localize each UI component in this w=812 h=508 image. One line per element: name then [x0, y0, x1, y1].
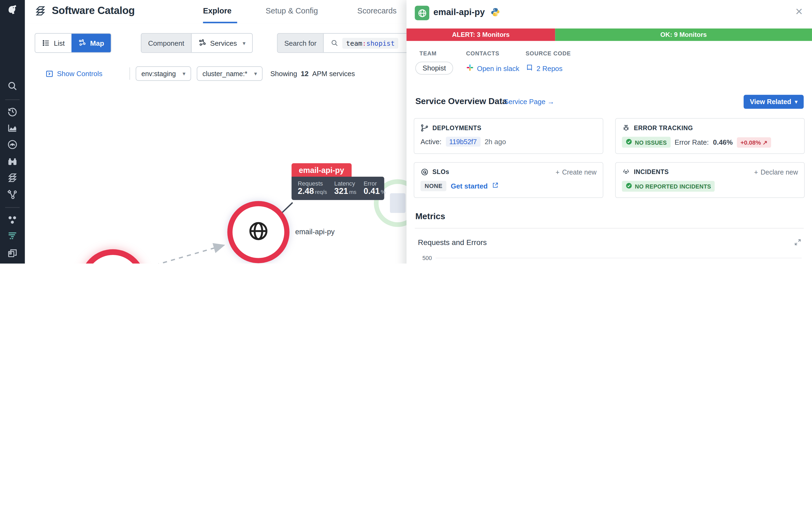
tooltip-requests: Requests 2.48req/s: [298, 180, 327, 196]
slo-none-pill: NONE: [420, 181, 446, 191]
map-view-button[interactable]: Map: [72, 34, 111, 52]
apm-binoculars-icon[interactable]: [7, 156, 18, 167]
requests-chart-title: Requests and Errors: [418, 238, 487, 247]
software-catalog-nav-icon[interactable]: [7, 173, 18, 184]
service-detail-panel: email-api-py × ALERT: 3 Monitors OK: 9 M…: [406, 0, 812, 263]
close-icon[interactable]: ×: [795, 5, 803, 17]
show-controls-icon: [46, 70, 53, 78]
alert-monitors-segment[interactable]: ALERT: 3 Monitors: [406, 29, 555, 41]
no-incidents-badge: NO REPORTED INCIDENTS: [622, 181, 715, 192]
app-window: web-store email-api-py auth-dotnet payme…: [0, 0, 812, 263]
overview-section-title: Service Overview Data: [415, 96, 507, 106]
incidents-card: INCIDENTS +Declare new NO REPORTED INCID…: [615, 162, 805, 198]
apps-windows-icon[interactable]: [7, 248, 18, 259]
team-label: TEAM: [419, 50, 437, 56]
services-count-text: Showing12APM services: [270, 67, 355, 81]
list-icon: [42, 39, 50, 47]
tab-explore[interactable]: Explore: [203, 6, 231, 15]
search-icon: [330, 39, 339, 47]
check-circle-icon: [626, 182, 632, 190]
globe-icon: [247, 220, 270, 245]
get-started-link[interactable]: Get started: [451, 182, 488, 190]
infrastructure-hexagons-icon[interactable]: [7, 215, 18, 226]
search-icon[interactable]: [7, 80, 18, 92]
source-code-label: SOURCE CODE: [526, 50, 571, 56]
monitor-status-bar: ALERT: 3 Monitors OK: 9 Monitors: [406, 29, 812, 41]
page-title: Software Catalog: [52, 5, 135, 16]
view-related-button[interactable]: View Related▾: [744, 95, 804, 109]
create-new-slo-button[interactable]: +Create new: [555, 168, 596, 176]
search-for-label: Search for: [278, 34, 324, 52]
panel-service-name: email-api-py: [434, 7, 485, 18]
plus-icon: +: [555, 168, 559, 176]
node-web-store[interactable]: [80, 249, 146, 263]
node-email-api-py[interactable]: [227, 201, 289, 263]
error-tracking-card: ERROR TRACKING NO ISSUES Error Rate: 0.4…: [615, 118, 805, 154]
external-link-icon: [492, 182, 499, 190]
requests-errors-chart[interactable]: 010020030040050010:3010:4511:0011:15: [415, 252, 804, 263]
software-catalog-icon: [34, 5, 46, 17]
check-circle-icon: [626, 138, 632, 146]
component-label: Component: [141, 34, 191, 52]
tab-scorecards[interactable]: Scorecards: [357, 6, 397, 15]
error-delta-badge[interactable]: +0.08% ↗: [737, 137, 771, 147]
python-icon: [490, 7, 500, 17]
node-label-email-api-py: email-api-py: [295, 227, 334, 236]
git-branch-icon: [420, 124, 429, 132]
history-icon[interactable]: [7, 106, 18, 117]
plus-icon: +: [754, 168, 758, 176]
left-sidebar: ? Help: [0, 0, 25, 263]
env-filter-dropdown[interactable]: env:staging▾: [136, 67, 191, 81]
datadog-logo-icon[interactable]: [7, 4, 18, 15]
chevron-down-icon: ▾: [243, 40, 246, 46]
svg-text:500: 500: [422, 255, 432, 261]
chevron-down-icon: ▾: [254, 70, 257, 77]
chevron-down-icon: ▾: [182, 70, 185, 77]
slack-icon: [466, 64, 474, 73]
service-globe-icon: [415, 6, 429, 20]
tooltip-title: email-api-py: [291, 163, 352, 177]
chevron-down-icon: ▾: [795, 99, 798, 104]
open-in-slack-link[interactable]: Open in slack: [466, 64, 519, 73]
node-tooltip: email-api-py Requests 2.48req/s Latency …: [291, 163, 385, 200]
metrics-section-title: Metrics: [415, 211, 445, 221]
deployments-card: DEPLOYMENTS Active: 119b52f7 2h ago: [414, 118, 603, 154]
map-network-icon: [78, 39, 87, 47]
search-query[interactable]: team:shopist: [343, 38, 398, 48]
services-network-icon: [198, 39, 207, 47]
repos-link[interactable]: 2 Repos: [526, 64, 562, 73]
cluster-filter-dropdown[interactable]: cluster_name:*▾: [197, 67, 263, 81]
slos-card: SLOs +Create new NONE Get started: [414, 162, 603, 198]
show-controls-link[interactable]: Show Controls: [46, 67, 103, 81]
tooltip-latency: Latency 321ms: [334, 180, 356, 196]
ok-monitors-segment[interactable]: OK: 9 Monitors: [555, 29, 812, 41]
watchdog-icon[interactable]: [7, 139, 18, 150]
bug-icon: [622, 124, 630, 132]
contacts-label: CONTACTS: [466, 50, 499, 56]
declare-new-incident-button[interactable]: +Declare new: [754, 168, 798, 176]
logs-icon[interactable]: [7, 230, 18, 242]
services-dropdown[interactable]: Services ▾: [191, 34, 252, 52]
deployment-version-chip[interactable]: 119b52f7: [446, 137, 481, 147]
tooltip-error: Error 0.41%: [364, 180, 386, 196]
team-pill[interactable]: Shopist: [415, 61, 453, 75]
tab-setup-config[interactable]: Setup & Config: [266, 6, 318, 15]
slo-target-icon: [420, 168, 429, 176]
no-issues-badge: NO ISSUES: [622, 137, 671, 147]
expand-icon[interactable]: [794, 238, 802, 246]
incident-siren-icon: [622, 168, 630, 176]
arrow-up-right-icon: ↗: [763, 138, 768, 146]
service-page-link[interactable]: Service Page →: [504, 98, 554, 106]
metrics-chart-icon[interactable]: [7, 122, 18, 134]
arrow-right-icon: →: [547, 98, 554, 106]
repo-book-icon: [526, 64, 533, 73]
service-map-nav-icon[interactable]: [7, 189, 18, 200]
list-view-button[interactable]: List: [35, 34, 72, 52]
